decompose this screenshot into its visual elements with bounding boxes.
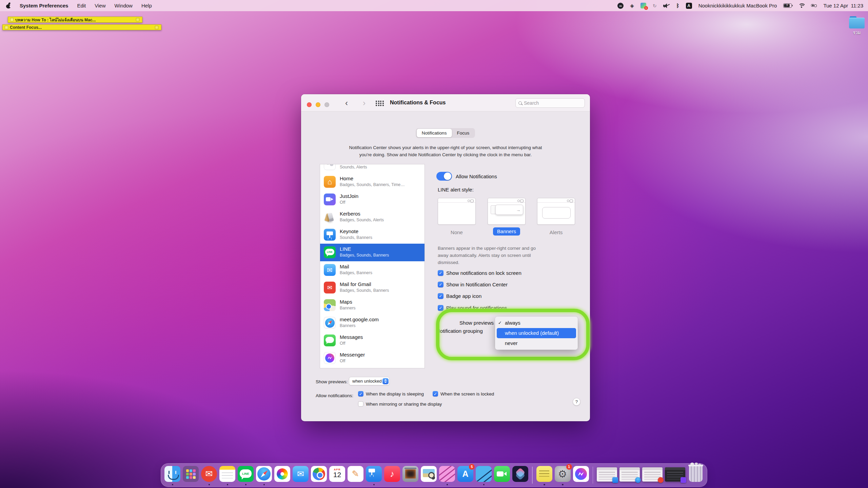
dock-preview[interactable] bbox=[421, 465, 437, 486]
list-item-messenger[interactable]: Messenger Off bbox=[320, 349, 425, 367]
checkbox-checked-icon[interactable] bbox=[438, 293, 443, 299]
sticky-close-box[interactable] bbox=[5, 26, 8, 29]
dock-gmail[interactable]: ✉ bbox=[201, 465, 217, 486]
search-field[interactable] bbox=[515, 98, 585, 108]
dock-mail[interactable]: ✉ bbox=[293, 465, 309, 486]
alert-style-banners-preview[interactable]: → bbox=[488, 198, 526, 225]
checkbox-show-on-lock-screen[interactable]: Show notifications on lock screen bbox=[438, 270, 521, 276]
list-item-mail-for-gmail[interactable]: ✉ Mail for Gmail Badges, Sounds, Banners bbox=[320, 279, 425, 297]
app-status-icon[interactable]: 1 bbox=[640, 3, 646, 8]
show-previews-dropdown[interactable]: when unlocked bbox=[349, 377, 390, 385]
tab-focus[interactable]: Focus bbox=[452, 129, 474, 137]
alert-style-none-preview[interactable] bbox=[438, 198, 476, 225]
menu-edit[interactable]: Edit bbox=[77, 3, 86, 8]
close-button[interactable] bbox=[307, 102, 312, 107]
desktop-folder[interactable]: รวม bbox=[845, 16, 868, 36]
dock-messenger[interactable] bbox=[573, 465, 589, 486]
checkbox-show-in-notification-center[interactable]: Show in Notification Center bbox=[438, 281, 508, 287]
sticky-zoom-box[interactable] bbox=[136, 18, 139, 21]
dock-safari[interactable] bbox=[256, 465, 272, 486]
dock-minimized-dark-window[interactable] bbox=[665, 465, 685, 486]
dock-pages[interactable]: ✎ bbox=[348, 465, 363, 486]
dock-chrome[interactable] bbox=[311, 465, 327, 486]
search-input[interactable] bbox=[524, 100, 582, 106]
dock-minimized-keynote-window[interactable] bbox=[597, 465, 617, 486]
dock-affinity-designer[interactable] bbox=[476, 465, 492, 486]
sticky-window-content-focus[interactable]: Content Focus... bbox=[2, 24, 161, 30]
tab-notifications[interactable]: Notifications bbox=[417, 129, 452, 137]
notification-app-list[interactable]: Sounds, Alerts ⌂ Home Badges, Sounds, Ba… bbox=[320, 164, 425, 368]
list-item-partial[interactable]: Sounds, Alerts bbox=[320, 164, 425, 173]
checkbox-mirroring-sharing[interactable]: When mirroring or sharing the display bbox=[358, 401, 442, 407]
back-button[interactable]: ‹ bbox=[342, 99, 351, 107]
help-button[interactable]: ? bbox=[573, 398, 580, 406]
dock-minimized-safari-window[interactable] bbox=[619, 465, 640, 486]
menu-view[interactable]: View bbox=[95, 3, 105, 8]
dock-facetime[interactable] bbox=[494, 465, 510, 486]
list-item-maps[interactable]: Maps Banners bbox=[320, 297, 425, 314]
checkbox-checked-icon[interactable] bbox=[433, 391, 438, 396]
apple-menu-icon[interactable] bbox=[6, 3, 11, 8]
style-option-none[interactable]: None bbox=[438, 229, 476, 235]
bluetooth-icon[interactable]: ᛒ bbox=[676, 3, 679, 8]
dock-photo-booth[interactable] bbox=[402, 465, 418, 486]
checkbox-screen-locked[interactable]: When the screen is locked bbox=[433, 391, 494, 396]
sticky-close-box[interactable] bbox=[10, 18, 14, 21]
minimize-button[interactable] bbox=[316, 102, 320, 107]
dock-affinity-photo[interactable] bbox=[439, 465, 455, 486]
checkbox-display-sleeping[interactable]: When the display is sleeping bbox=[358, 391, 424, 396]
sync-spiral-icon[interactable]: ↻ bbox=[653, 3, 657, 8]
menu-window[interactable]: Window bbox=[115, 3, 133, 8]
dock-line[interactable]: LINE bbox=[238, 465, 254, 486]
dock-minimized-mail-window[interactable] bbox=[642, 465, 663, 486]
sticky-zoom-box[interactable] bbox=[155, 26, 158, 29]
menu-item-when-unlocked-highlighted[interactable]: when unlocked (default) bbox=[497, 328, 576, 338]
show-all-preferences-icon[interactable] bbox=[376, 101, 384, 106]
dock-finder[interactable] bbox=[164, 465, 180, 486]
stacked-diamonds-icon[interactable]: ◈ bbox=[630, 3, 634, 9]
checkbox-checked-icon[interactable] bbox=[438, 270, 443, 276]
dock-launchpad[interactable] bbox=[183, 465, 199, 486]
dock-calendar[interactable]: APR12 bbox=[329, 465, 345, 486]
list-item-justjoin[interactable]: JustJoin Off bbox=[320, 191, 425, 208]
menu-bar-clock[interactable]: Tue 12 Apr 11:23 bbox=[823, 3, 863, 8]
allow-notifications-toggle[interactable] bbox=[436, 172, 452, 181]
list-item-keynote[interactable]: Keynote Sounds, Banners bbox=[320, 226, 425, 244]
checkbox-play-sound[interactable]: Play sound for notifications bbox=[438, 305, 507, 311]
menu-item-always[interactable]: ✓ always bbox=[495, 318, 578, 328]
list-item-messages[interactable]: Messages Off bbox=[320, 332, 425, 349]
style-option-alerts[interactable]: Alerts bbox=[537, 229, 575, 235]
sticky-window-howto[interactable]: บทความ How To : ไลน์ไม่แจ้งเตือนบน Mac..… bbox=[8, 17, 142, 23]
dock-system-preferences[interactable]: 1⚙ bbox=[555, 465, 571, 486]
menu-app-name[interactable]: System Preferences bbox=[20, 3, 68, 8]
control-center-icon[interactable] bbox=[811, 3, 817, 8]
dock-trash[interactable] bbox=[688, 465, 704, 486]
list-item-mail[interactable]: ✉ Mail Badges, Banners bbox=[320, 261, 425, 279]
list-item-home[interactable]: ⌂ Home Badges, Sounds, Banners, Time… bbox=[320, 173, 425, 191]
dock-notes[interactable] bbox=[219, 465, 235, 486]
window-titlebar[interactable]: ‹ › Notifications & Focus bbox=[301, 94, 590, 111]
alert-style-alerts-preview[interactable] bbox=[537, 198, 575, 225]
menu-help[interactable]: Help bbox=[141, 3, 152, 8]
checkbox-badge-app-icon[interactable]: Badge app icon bbox=[438, 293, 481, 299]
list-item-meet-google-com[interactable]: meet.google.com Banners bbox=[320, 314, 425, 332]
checkbox-checked-icon[interactable] bbox=[438, 282, 443, 287]
wifi-icon[interactable] bbox=[798, 3, 805, 8]
creative-cloud-icon[interactable]: ∞ bbox=[617, 3, 624, 9]
chevron-up-down-icon[interactable] bbox=[382, 378, 389, 384]
checkbox-unchecked-icon[interactable] bbox=[358, 401, 363, 407]
checkbox-checked-icon[interactable] bbox=[438, 305, 443, 311]
device-name[interactable]: Nooknickkikikkukkuk MacBook Pro bbox=[698, 3, 777, 8]
checkbox-checked-icon[interactable] bbox=[358, 391, 363, 396]
dock-keynote[interactable] bbox=[366, 465, 382, 486]
input-source-icon[interactable]: A bbox=[686, 3, 692, 9]
dock-shortcuts[interactable] bbox=[512, 465, 528, 486]
dock-app-store[interactable]: 5A bbox=[457, 465, 473, 486]
dock-photos[interactable] bbox=[274, 465, 290, 486]
battery-charging-icon[interactable]: ⚡ bbox=[783, 3, 792, 8]
style-option-banners-selected[interactable]: Banners bbox=[493, 227, 520, 236]
list-item-kerberos[interactable]: Kerberos Badges, Sounds, Alerts bbox=[320, 208, 425, 226]
dock-music[interactable]: ♪ bbox=[384, 465, 400, 486]
menu-item-never[interactable]: never bbox=[495, 338, 578, 348]
dock-stickies[interactable] bbox=[536, 465, 552, 486]
